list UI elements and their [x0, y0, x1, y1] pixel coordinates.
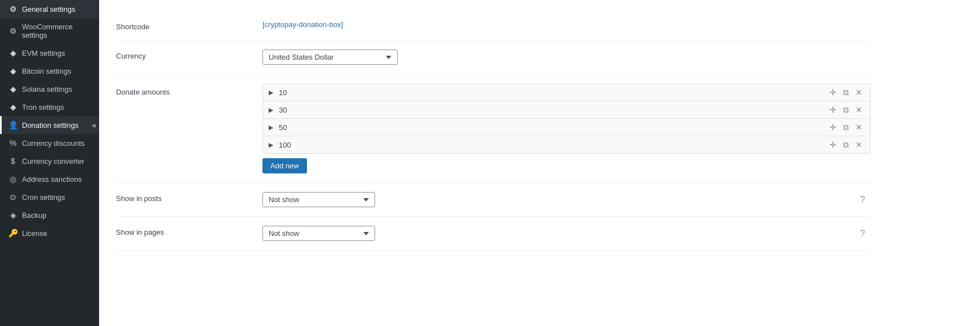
amount-row: ▶ 10 ✛ ⧉ ✕: [263, 84, 870, 101]
donate-amounts-label: Donate amounts: [116, 83, 262, 96]
sidebar-item-label: WooCommerce settings: [22, 23, 92, 39]
amount-chevron-icon[interactable]: ▶: [269, 124, 273, 131]
amount-copy-icon[interactable]: ⧉: [841, 87, 851, 97]
amount-chevron-icon[interactable]: ▶: [269, 89, 273, 96]
key-icon: 🔑: [8, 229, 17, 238]
currency-select[interactable]: United States Dollar Euro British Pound …: [262, 50, 398, 65]
sidebar-item-evm-settings[interactable]: ◆ EVM settings: [0, 44, 99, 62]
diamond-icon: ◆: [8, 102, 17, 111]
show-in-posts-control: Not show Show: [262, 192, 871, 207]
amount-move-icon[interactable]: ✛: [827, 105, 839, 115]
sidebar-item-general-settings[interactable]: ⚙ General settings: [0, 0, 99, 18]
sidebar-item-address-sanctions[interactable]: ◎ Address sanctions: [0, 170, 99, 188]
show-in-pages-label: Show in pages: [116, 226, 262, 236]
show-in-posts-row: Show in posts Not show Show ?: [116, 183, 871, 217]
show-in-pages-row: Show in pages Not show Show ?: [116, 217, 871, 251]
sidebar-item-cron-settings[interactable]: ⊙ Cron settings: [0, 188, 99, 206]
shortcode-control: [cryptopay-donation-box]: [262, 20, 871, 29]
sidebar-item-label: Bitcoin settings: [22, 67, 71, 75]
shortcode-value: [cryptopay-donation-box]: [262, 18, 343, 29]
sidebar-item-currency-discounts[interactable]: % Currency discounts: [0, 134, 99, 152]
sidebar-item-label: Tron settings: [22, 103, 64, 111]
amount-delete-icon[interactable]: ✕: [853, 87, 865, 97]
sidebar-item-label: Backup: [22, 211, 46, 220]
show-in-pages-control: Not show Show: [262, 226, 871, 241]
sidebar-arrow-icon: ◀: [91, 122, 96, 128]
backup-icon: ◈: [8, 211, 17, 220]
amount-value: 30: [279, 106, 824, 114]
user-icon: 👤: [8, 120, 17, 129]
gear-icon: ⚙: [8, 5, 17, 14]
sidebar-item-bitcoin-settings[interactable]: ◆ Bitcoin settings: [0, 62, 99, 80]
sidebar-item-solana-settings[interactable]: ◆ Solana settings: [0, 80, 99, 98]
amount-delete-icon[interactable]: ✕: [853, 140, 865, 150]
sidebar: ⚙ General settings ⚙ WooCommerce setting…: [0, 0, 99, 326]
dollar-icon: $: [8, 157, 17, 166]
amount-chevron-icon[interactable]: ▶: [269, 106, 273, 114]
amount-row: ▶ 100 ✛ ⧉ ✕: [263, 136, 870, 153]
amount-move-icon[interactable]: ✛: [827, 122, 839, 132]
donate-amounts-list: ▶ 10 ✛ ⧉ ✕ ▶ 30 ✛ ⧉ ✕ ▶ 50 ✛ ⧉ ✕ ▶: [262, 83, 871, 154]
show-in-posts-help-icon[interactable]: ?: [860, 195, 865, 205]
diamond-icon: ◆: [8, 66, 17, 75]
sidebar-item-donation-settings[interactable]: 👤 Donation settings ◀: [0, 116, 99, 134]
sidebar-item-label: EVM settings: [22, 49, 65, 57]
show-in-pages-help-icon[interactable]: ?: [860, 229, 865, 239]
currency-row: Currency United States Dollar Euro Briti…: [116, 41, 871, 74]
sidebar-item-label: Solana settings: [22, 85, 72, 93]
show-in-posts-select[interactable]: Not show Show: [262, 192, 375, 207]
amount-value: 50: [279, 123, 824, 132]
amount-value: 10: [279, 88, 824, 97]
sidebar-item-backup[interactable]: ◈ Backup: [0, 206, 99, 224]
sidebar-item-currency-converter[interactable]: $ Currency converter: [0, 152, 99, 170]
show-in-posts-label: Show in posts: [116, 192, 262, 203]
main-content: Shortcode [cryptopay-donation-box] Curre…: [99, 0, 980, 326]
amount-copy-icon[interactable]: ⧉: [841, 122, 851, 132]
currency-label: Currency: [116, 50, 262, 60]
sidebar-item-license[interactable]: 🔑 License: [0, 224, 99, 242]
diamond-icon: ◆: [8, 84, 17, 93]
currency-control: United States Dollar Euro British Pound …: [262, 50, 871, 65]
sidebar-item-label: Currency discounts: [22, 139, 84, 148]
amount-delete-icon[interactable]: ✕: [853, 122, 865, 132]
amount-actions: ✛ ⧉ ✕: [827, 140, 865, 150]
amount-move-icon[interactable]: ✛: [827, 87, 839, 97]
amount-actions: ✛ ⧉ ✕: [827, 87, 865, 97]
sidebar-item-label: General settings: [22, 5, 75, 14]
amount-chevron-icon[interactable]: ▶: [269, 141, 273, 149]
sidebar-item-label: Cron settings: [22, 193, 65, 202]
gear-icon: ⚙: [8, 26, 17, 35]
diamond-icon: ◆: [8, 48, 17, 57]
clock-icon: ⊙: [8, 193, 17, 202]
shortcode-row: Shortcode [cryptopay-donation-box]: [116, 11, 871, 41]
shortcode-label: Shortcode: [116, 20, 262, 31]
sidebar-item-label: License: [22, 229, 47, 238]
sidebar-item-label: Address sanctions: [22, 175, 82, 184]
donate-amounts-row: Donate amounts ▶ 10 ✛ ⧉ ✕ ▶ 30 ✛ ⧉ ✕ ▶ 5…: [116, 74, 871, 183]
show-in-pages-select[interactable]: Not show Show: [262, 226, 375, 241]
amount-actions: ✛ ⧉ ✕: [827, 105, 865, 115]
add-new-button[interactable]: Add new: [262, 158, 307, 173]
percent-icon: %: [8, 139, 17, 148]
sidebar-item-woocommerce-settings[interactable]: ⚙ WooCommerce settings: [0, 18, 99, 44]
amount-copy-icon[interactable]: ⧉: [841, 105, 851, 115]
circle-icon: ◎: [8, 175, 17, 184]
sidebar-item-tron-settings[interactable]: ◆ Tron settings: [0, 98, 99, 116]
sidebar-item-label: Donation settings: [22, 121, 78, 129]
amount-actions: ✛ ⧉ ✕: [827, 122, 865, 132]
amount-row: ▶ 50 ✛ ⧉ ✕: [263, 119, 870, 136]
sidebar-item-label: Currency converter: [22, 157, 84, 166]
amount-copy-icon[interactable]: ⧉: [841, 140, 851, 150]
amount-value: 100: [279, 141, 824, 149]
donate-amounts-control: ▶ 10 ✛ ⧉ ✕ ▶ 30 ✛ ⧉ ✕ ▶ 50 ✛ ⧉ ✕ ▶: [262, 83, 871, 173]
amount-row: ▶ 30 ✛ ⧉ ✕: [263, 101, 870, 119]
amount-delete-icon[interactable]: ✕: [853, 105, 865, 115]
amount-move-icon[interactable]: ✛: [827, 140, 839, 150]
